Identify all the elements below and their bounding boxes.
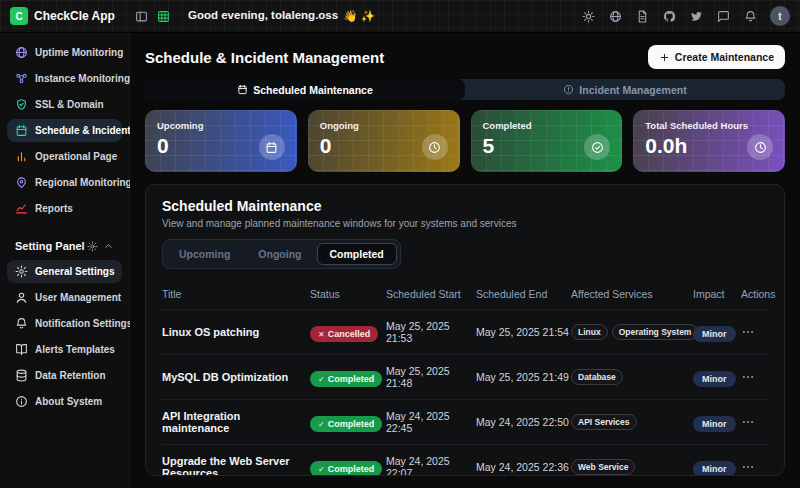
sidebar-item[interactable]: Schedule & Incident xyxy=(7,119,122,142)
scheduled-end: May 25, 2025 21:49 xyxy=(476,371,571,383)
sidebar-item-label: Instance Monitoring xyxy=(35,73,130,84)
scheduled-end: May 24, 2025 22:36 xyxy=(476,461,571,473)
sidebar-item-label: User Management xyxy=(35,292,121,303)
app-logo: C xyxy=(10,7,28,25)
sidebar-item[interactable]: Instance Monitoring xyxy=(7,67,122,90)
sidebar-item[interactable]: Uptime Monitoring xyxy=(7,41,122,64)
line-chart-icon xyxy=(15,202,28,215)
sidebar-item-label: Uptime Monitoring xyxy=(35,47,123,58)
scheduled-start: May 24, 2025 22:07 xyxy=(386,455,476,476)
service-tag: Linux xyxy=(571,324,608,340)
stat-label: Upcoming xyxy=(157,120,285,131)
settings-panel-title: Setting Panel xyxy=(15,240,85,252)
column-header: Affected Services xyxy=(571,288,693,300)
sidebar-item[interactable]: Regional Monitoring xyxy=(7,171,122,194)
status-icon xyxy=(318,329,325,339)
filter-tab[interactable]: Upcoming xyxy=(166,243,243,265)
row-actions-button[interactable] xyxy=(741,370,768,384)
sidebar-item[interactable]: Reports xyxy=(7,197,122,220)
row-actions-button[interactable] xyxy=(741,460,768,474)
sidebar-settings-item[interactable]: Data Retention xyxy=(7,364,122,387)
affected-services: API Services xyxy=(571,414,693,430)
table-row: Upgrade the Web Server Resources Complet… xyxy=(162,444,768,476)
user-avatar[interactable]: t xyxy=(770,6,790,26)
notifications-bell-icon[interactable] xyxy=(739,5,761,27)
language-globe-icon[interactable] xyxy=(604,5,626,27)
user-icon xyxy=(15,291,28,304)
service-tag: Web Service xyxy=(571,459,635,475)
maintenance-title: API Integration maintenance xyxy=(162,410,310,434)
table-row: Linux OS patching Cancelled May 25, 2025… xyxy=(162,309,768,354)
globe-icon xyxy=(15,46,28,59)
service-tag: Database xyxy=(571,369,623,385)
stat-cards: Upcoming 0 Ongoing 0 Completed 5 xyxy=(145,110,785,172)
scheduled-end: May 25, 2025 21:54 xyxy=(476,326,571,338)
tab-label: Incident Management xyxy=(579,84,686,96)
sidebar-settings-item[interactable]: General Settings xyxy=(7,260,122,283)
sidebar-settings-item[interactable]: User Management xyxy=(7,286,122,309)
row-actions-button[interactable] xyxy=(741,325,768,339)
sidebar-item[interactable]: SSL & Domain xyxy=(7,93,122,116)
scheduled-maintenance-panel: Scheduled Maintenance View and manage pl… xyxy=(145,184,785,476)
create-maintenance-button[interactable]: Create Maintenance xyxy=(648,45,785,69)
sidebar-settings-nav: General Settings User Management Notific… xyxy=(7,260,122,413)
column-header: Impact xyxy=(693,288,741,300)
sidebar-item[interactable]: Operational Page xyxy=(7,145,122,168)
tab[interactable]: Incident Management xyxy=(465,79,785,100)
row-actions-button[interactable] xyxy=(741,415,768,429)
scheduled-start: May 25, 2025 21:48 xyxy=(386,365,476,389)
maintenance-title: MySQL DB Optimization xyxy=(162,371,310,383)
chevron-up-icon[interactable] xyxy=(103,241,114,252)
tab-label: Scheduled Maintenance xyxy=(253,84,373,96)
scheduled-start: May 24, 2025 22:45 xyxy=(386,410,476,434)
filter-tab[interactable]: Completed xyxy=(317,243,397,265)
info-icon xyxy=(15,395,28,408)
map-pin-icon xyxy=(15,176,28,189)
stat-card: Upcoming 0 xyxy=(145,110,297,172)
theme-toggle-icon[interactable] xyxy=(577,5,599,27)
maintenance-table: TitleStatusScheduled StartScheduled EndA… xyxy=(162,281,768,476)
sidebar-toggle-icon[interactable] xyxy=(130,5,152,27)
impact-badge: Minor xyxy=(693,416,736,432)
github-icon[interactable] xyxy=(658,5,680,27)
sidebar-item-label: Reports xyxy=(35,203,73,214)
sidebar-settings-item[interactable]: Alerts Templates xyxy=(7,338,122,361)
table-header: TitleStatusScheduled StartScheduled EndA… xyxy=(162,281,768,309)
gear-icon xyxy=(87,241,98,252)
book-icon xyxy=(15,343,28,356)
docs-icon[interactable] xyxy=(631,5,653,27)
sidebar-settings-item[interactable]: Notification Settings xyxy=(7,312,122,335)
check-circle-icon xyxy=(591,141,604,154)
app-brand[interactable]: C CheckCle App xyxy=(10,7,130,25)
ellipsis-icon xyxy=(741,415,755,429)
tab[interactable]: Scheduled Maintenance xyxy=(145,79,465,100)
greeting-text: Good evening, tolaleng.oss 👋 ✨ xyxy=(188,9,375,23)
filter-tab[interactable]: Ongoing xyxy=(245,243,314,265)
twitter-icon[interactable] xyxy=(685,5,707,27)
alert-circle-icon xyxy=(563,84,574,95)
chat-icon[interactable] xyxy=(712,5,734,27)
status-icon xyxy=(318,374,325,384)
status-badge: Completed xyxy=(310,461,382,477)
apps-grid-icon[interactable] xyxy=(152,5,174,27)
sidebar-item-label: SSL & Domain xyxy=(35,99,104,110)
impact-badge: Minor xyxy=(693,461,736,476)
column-header: Title xyxy=(162,288,310,300)
status-filter-tabs: Upcoming Ongoing Completed xyxy=(162,239,401,269)
column-header: Actions xyxy=(741,288,775,300)
sidebar-settings-item[interactable]: About System xyxy=(7,390,122,413)
impact-badge: Minor xyxy=(693,371,736,387)
clock-icon xyxy=(754,141,767,154)
sidebar-item-label: Alerts Templates xyxy=(35,344,115,355)
calendar-icon xyxy=(265,141,278,154)
gear-icon xyxy=(15,265,28,278)
ellipsis-icon xyxy=(741,370,755,384)
sidebar-item-label: Data Retention xyxy=(35,370,106,381)
table-row: MySQL DB Optimization Completed May 25, … xyxy=(162,354,768,399)
stat-label: Total Scheduled Hours xyxy=(645,120,773,131)
sidebar-item-label: Operational Page xyxy=(35,151,117,162)
panel-subtitle: View and manage planned maintenance wind… xyxy=(162,218,768,229)
page-title: Schedule & Incident Management xyxy=(145,49,384,66)
status-icon xyxy=(318,419,325,429)
settings-panel-header[interactable]: Setting Panel xyxy=(7,236,122,256)
